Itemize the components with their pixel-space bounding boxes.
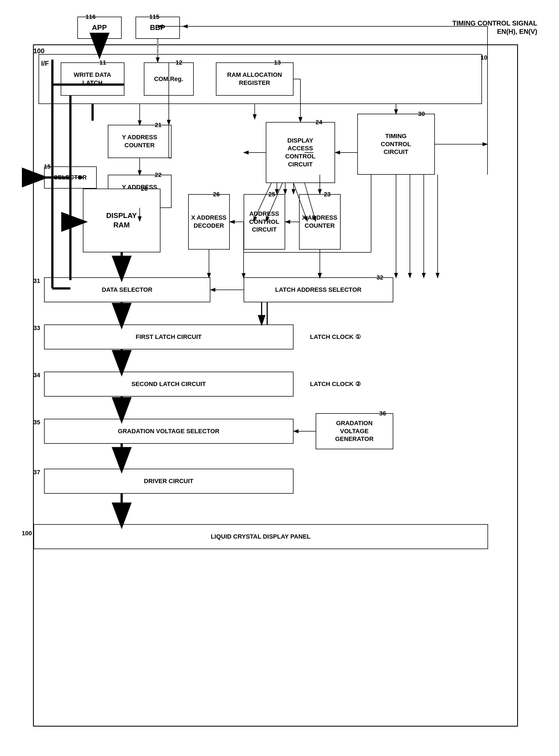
address-control-block: ADDRESSCONTROLCIRCUIT [244, 194, 285, 250]
label-32: 32 [377, 274, 383, 281]
diagram-container: 100 TIMING CONTROL SIGNAL EN(H), EN(V) A… [16, 11, 543, 746]
com-reg-block: COM.Reg. [144, 62, 194, 96]
gradation-voltage-selector-block: GRADATION VOLTAGE SELECTOR [44, 419, 293, 444]
second-latch-block: SECOND LATCH CIRCUIT [44, 372, 293, 396]
label-31: 31 [33, 277, 40, 284]
label-15: 15 [44, 163, 51, 170]
label-34: 34 [33, 372, 40, 379]
label-23: 23 [324, 191, 331, 198]
timing-signal-label: TIMING CONTROL SIGNAL [452, 19, 537, 27]
label-33: 33 [33, 324, 40, 332]
y-address-counter-block: Y ADDRESSCOUNTER [108, 125, 172, 158]
data-selector-block: DATA SELECTOR [44, 277, 210, 302]
write-data-latch-block: WRITE DATALATCH [61, 62, 125, 96]
display-access-control-block: DISPLAYACCESSCONTROLCIRCUIT [266, 122, 335, 183]
driver-circuit-block: DRIVER CIRCUIT [44, 469, 293, 494]
x-address-counter-block: X ADDRESSCOUNTER [299, 194, 341, 250]
label-100: 100 [33, 47, 45, 55]
label-11: 11 [99, 59, 106, 66]
lcd-panel-block: LIQUID CRYSTAL DISPLAY PANEL [33, 524, 488, 549]
label-21: 21 [155, 122, 161, 129]
label-37: 37 [33, 469, 40, 476]
label-25: 25 [269, 191, 275, 198]
label-24: 24 [316, 119, 322, 126]
selector-block: SELECTOR [44, 166, 97, 189]
ram-allocation-block: RAM ALLOCATIONREGISTER [216, 62, 293, 96]
label-26: 26 [213, 191, 220, 198]
timing-control-block: TIMINGCONTROLCIRCUIT [357, 114, 435, 175]
label-36: 36 [379, 410, 386, 417]
first-latch-block: FIRST LATCH CIRCUIT [44, 324, 293, 349]
x-address-decoder-block: X ADDRESSDECODER [188, 194, 230, 250]
label-22: 22 [155, 171, 161, 179]
latch-address-selector-block: LATCH ADDRESS SELECTOR [244, 277, 393, 302]
label-140: 100 [22, 530, 32, 537]
label-30: 30 [418, 110, 425, 117]
label-12: 12 [176, 59, 182, 66]
latch-clock-1-label: LATCH CLOCK ① [310, 333, 361, 341]
label-115: 115 [149, 13, 160, 21]
gradation-voltage-generator-block: GRADATIONVOLTAGEGENERATOR [316, 413, 393, 449]
app-block: APP [77, 17, 122, 39]
en-label: EN(H), EN(V) [497, 28, 537, 36]
label-20: 20 [141, 185, 148, 192]
label-13: 13 [274, 59, 281, 66]
label-35: 35 [33, 419, 40, 426]
display-ram-block: DISPLAYRAM [83, 189, 160, 252]
latch-clock-2-label: LATCH CLOCK ② [310, 381, 361, 388]
label-116: 116 [86, 13, 96, 21]
